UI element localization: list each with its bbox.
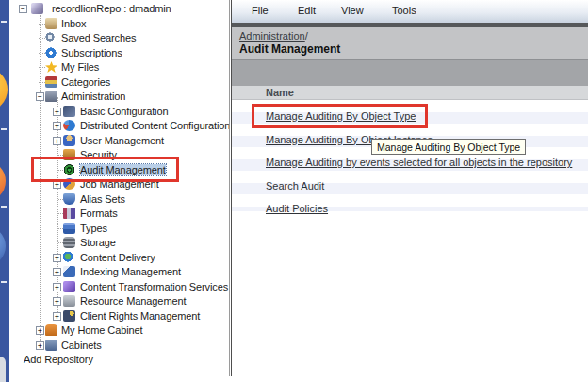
tree-item-recordlionrepo-dmadmin[interactable]: −recordlionRepo : dmadmin: [9, 2, 229, 17]
tree-connector-stub: [39, 24, 45, 25]
tree-item-storage[interactable]: Storage: [9, 236, 229, 251]
job-management-icon: [63, 178, 75, 190]
tree-item-security[interactable]: Security: [9, 148, 229, 163]
tree-item-distributed-content-configuration[interactable]: +Distributed Content Configuration: [9, 119, 229, 134]
tree-item-my-home-cabinet[interactable]: +My Home Cabinet: [9, 324, 229, 339]
tree-item-label[interactable]: User Management: [80, 135, 164, 146]
tree-item-basic-configuration[interactable]: +Basic Configuration: [9, 105, 229, 120]
repository-cube-icon: [31, 3, 43, 14]
tree-item-label[interactable]: Cabinets: [61, 340, 102, 351]
tree-item-label[interactable]: My Home Cabinet: [61, 324, 143, 336]
tree-item-audit-management[interactable]: Audit Management: [9, 163, 229, 178]
home-cabinet-icon: [45, 324, 57, 336]
basic-configuration-icon: [63, 106, 75, 117]
desktop-icon-blue: [0, 226, 6, 266]
security-icon: [63, 149, 75, 160]
content-delivery-icon: [63, 252, 75, 263]
tree-item-my-files[interactable]: My Files: [9, 60, 229, 75]
expand-toggle-icon[interactable]: +: [53, 254, 61, 262]
menu-bar: FileEditViewTools: [232, 0, 588, 23]
link-manage-auditing-by-events-selected-for-a[interactable]: Manage Auditing by events selected for a…: [266, 157, 572, 168]
saved-searches-icon: [45, 32, 57, 43]
tree-item-label[interactable]: Content Transformation Services: [80, 281, 228, 292]
tree-item-cabinets[interactable]: +Cabinets: [9, 339, 229, 354]
link-audit-policies[interactable]: Audit Policies: [266, 203, 328, 214]
tree-connector-stub: [39, 38, 45, 39]
link-search-audit[interactable]: Search Audit: [266, 180, 324, 191]
menu-view[interactable]: View: [341, 5, 364, 16]
storage-icon: [63, 237, 75, 248]
breadcrumb-link-administration[interactable]: Administration: [239, 30, 305, 42]
menu-edit[interactable]: Edit: [298, 5, 316, 16]
tree-item-label[interactable]: Inbox: [61, 18, 86, 29]
tree-item-indexing-management[interactable]: +Indexing Management: [9, 265, 229, 280]
menu-tools[interactable]: Tools: [392, 5, 416, 16]
resource-management-icon: [63, 295, 75, 307]
tree-item-label[interactable]: Content Delivery: [80, 252, 155, 263]
categories-icon: [45, 76, 57, 88]
tree-item-formats[interactable]: Formats: [9, 207, 229, 222]
expand-toggle-icon[interactable]: +: [53, 137, 61, 145]
tree-item-label[interactable]: Administration: [61, 91, 125, 102]
tree-connector-stub: [57, 228, 63, 229]
tree-item-label[interactable]: recordlionRepo : dmadmin: [52, 3, 172, 14]
expand-toggle-icon[interactable]: +: [53, 297, 61, 306]
tree-item-job-management[interactable]: +Job Management: [9, 177, 229, 192]
tree-item-label[interactable]: Client Rights Management: [80, 310, 200, 322]
link-manage-auditing-by-object-type[interactable]: Manage Auditing By Object Type: [266, 110, 416, 122]
tree-connector-stub: [57, 155, 63, 156]
tooltip: Manage Auditing By Object Type: [371, 139, 526, 155]
expand-toggle-icon[interactable]: +: [36, 341, 44, 350]
tree-item-content-delivery[interactable]: +Content Delivery: [9, 251, 229, 266]
tree-item-user-management[interactable]: +User Management: [9, 134, 229, 149]
tree-item-alias-sets[interactable]: Alias Sets: [9, 192, 229, 208]
expand-toggle-icon[interactable]: +: [53, 283, 61, 291]
tree-item-label[interactable]: Add Repository: [24, 354, 93, 365]
tree-item-subscriptions[interactable]: Subscriptions: [9, 46, 229, 61]
expand-toggle-icon[interactable]: +: [53, 312, 61, 321]
expand-toggle-icon[interactable]: +: [36, 326, 44, 335]
tree-item-categories[interactable]: Categories: [9, 75, 229, 91]
desktop-label-fragment: [1, 21, 7, 23]
inbox-icon: [45, 18, 57, 29]
tree-item-label[interactable]: Subscriptions: [61, 47, 122, 58]
tree-item-label[interactable]: Audit Management: [80, 164, 166, 175]
cabinets-icon: [45, 340, 57, 351]
expand-toggle-icon[interactable]: +: [53, 108, 61, 116]
tree-item-label[interactable]: Indexing Management: [80, 266, 181, 277]
tree-item-label[interactable]: My Files: [61, 61, 99, 73]
formats-icon: [63, 208, 75, 219]
expand-toggle-icon[interactable]: +: [53, 122, 61, 130]
tree-item-label[interactable]: Storage: [80, 237, 116, 248]
tree-item-label[interactable]: Resource Management: [80, 295, 186, 307]
tree-item-label[interactable]: Security: [80, 149, 117, 160]
content-panel: FileEditViewTools Administration/ Audit …: [232, 0, 588, 382]
tree-item-label[interactable]: Types: [80, 223, 107, 234]
tree-item-types[interactable]: Types: [9, 222, 229, 237]
tree-item-label[interactable]: Saved Searches: [61, 32, 136, 43]
distributed-content-configuration-icon: [63, 120, 75, 131]
tree-item-client-rights-management[interactable]: +Client Rights Management: [9, 309, 229, 324]
expand-toggle-icon[interactable]: +: [53, 180, 61, 189]
tree-item-resource-management[interactable]: +Resource Management: [9, 294, 229, 309]
tree-item-add-repository[interactable]: Add Repository: [9, 353, 229, 368]
audit-management-icon: [63, 164, 75, 175]
tree-connector-stub: [57, 199, 63, 200]
tree-item-administration[interactable]: −Administration: [9, 90, 229, 105]
menu-file[interactable]: File: [252, 5, 269, 16]
tree-item-label[interactable]: Alias Sets: [80, 193, 125, 205]
tree-item-saved-searches[interactable]: Saved Searches: [9, 31, 229, 46]
collapse-toggle-icon[interactable]: −: [19, 5, 27, 13]
expand-toggle-icon[interactable]: +: [53, 268, 61, 276]
tree-item-label[interactable]: Job Management: [80, 178, 159, 190]
tree-item-label[interactable]: Categories: [61, 76, 110, 88]
collapse-toggle-icon[interactable]: −: [36, 92, 44, 101]
tree-item-label[interactable]: Formats: [80, 208, 118, 219]
tree-connector-stub: [57, 170, 63, 171]
tree-item-label[interactable]: Basic Configuration: [80, 106, 169, 117]
tree-item-label[interactable]: Distributed Content Configuration: [80, 120, 229, 131]
list-column-header[interactable]: Name: [232, 86, 588, 100]
tree-item-content-transformation-services[interactable]: +Content Transformation Services: [9, 280, 229, 295]
page-title: Audit Management: [239, 42, 588, 56]
tree-item-inbox[interactable]: Inbox: [9, 17, 229, 32]
